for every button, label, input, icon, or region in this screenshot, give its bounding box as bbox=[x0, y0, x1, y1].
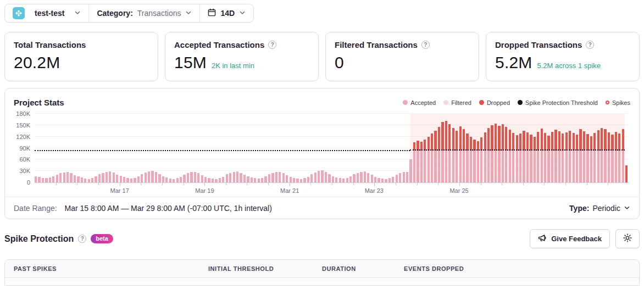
gear-icon bbox=[623, 233, 632, 245]
y-tick-label: 60K bbox=[19, 156, 30, 163]
chart-body: 030K60K90K120K150K180K Mar 17Mar 19Mar 2… bbox=[5, 110, 639, 197]
category-value: Transactions bbox=[137, 9, 181, 18]
spike-ring-icon bbox=[606, 101, 609, 104]
card-total-transactions: Total Transactions 20.2M bbox=[4, 32, 158, 81]
stat-cards: Total Transactions 20.2M Accepted Transa… bbox=[4, 32, 640, 81]
y-tick-label: 90K bbox=[19, 145, 30, 152]
chevron-down-icon bbox=[185, 9, 192, 18]
card-filtered-transactions: Filtered Transactions ? 0 bbox=[325, 32, 479, 81]
filter-toolbar: test-test Category: Transactions 14D bbox=[4, 4, 254, 23]
date-range-label: Date Range: bbox=[14, 204, 57, 213]
project-name: test-test bbox=[35, 9, 64, 18]
y-axis: 030K60K90K120K150K180K bbox=[10, 114, 35, 182]
chart-footer: Date Range: Mar 15 8:00 AM — Mar 29 8:00… bbox=[5, 197, 639, 219]
category-selector[interactable]: Category: Transactions bbox=[88, 4, 199, 22]
chart-legend: AcceptedFilteredDroppedSpike Protection … bbox=[403, 99, 630, 106]
x-axis: Mar 17Mar 19Mar 21Mar 23Mar 25 bbox=[35, 182, 629, 197]
card-value: 5.2M bbox=[495, 53, 532, 72]
legend-item-accepted[interactable]: Accepted bbox=[403, 99, 436, 106]
card-accepted-transactions: Accepted Transactions ? 15M 2K in last m… bbox=[165, 32, 319, 81]
help-icon[interactable]: ? bbox=[268, 41, 276, 49]
x-tick-label: Mar 17 bbox=[110, 187, 129, 194]
chevron-down-icon bbox=[74, 9, 81, 18]
x-tick-label: Mar 23 bbox=[365, 187, 384, 194]
legend-item-spike-protection-threshold[interactable]: Spike Protection Threshold bbox=[518, 99, 598, 106]
project-stats-panel: Project Stats AcceptedFilteredDroppedSpi… bbox=[4, 88, 640, 219]
x-tick-label: Mar 21 bbox=[280, 187, 299, 194]
date-range-value: Mar 15 8:00 AM — Mar 29 8:00 AM (-07:00 … bbox=[65, 204, 272, 213]
beta-badge: beta bbox=[91, 234, 113, 243]
y-tick-label: 0 bbox=[27, 179, 30, 186]
help-icon[interactable]: ? bbox=[421, 41, 430, 49]
card-value: 0 bbox=[335, 53, 344, 72]
give-feedback-label: Give Feedback bbox=[551, 235, 602, 243]
give-feedback-button[interactable]: Give Feedback bbox=[530, 229, 610, 248]
range-value: 14D bbox=[220, 9, 235, 18]
spike-protection-threshold-line bbox=[35, 150, 410, 151]
y-tick-label: 150K bbox=[16, 122, 30, 129]
legend-item-filtered[interactable]: Filtered bbox=[443, 99, 471, 106]
column-header-initial-threshold: INITIAL THRESHOLD bbox=[208, 265, 322, 272]
calendar-icon bbox=[208, 8, 216, 18]
chart-plot-area[interactable] bbox=[35, 114, 629, 182]
usage-stats-page: test-test Category: Transactions 14D bbox=[0, 0, 644, 286]
legend-item-dropped[interactable]: Dropped bbox=[479, 99, 510, 106]
card-value: 15M bbox=[174, 53, 207, 72]
megaphone-icon bbox=[538, 234, 547, 244]
project-selector[interactable]: test-test bbox=[5, 4, 88, 22]
legend-dot-icon bbox=[518, 100, 523, 105]
y-tick-label: 180K bbox=[16, 110, 30, 117]
chart-title: Project Stats bbox=[14, 98, 64, 107]
legend-dot-icon bbox=[403, 100, 408, 105]
y-tick-label: 30K bbox=[19, 168, 30, 174]
spike-protection-threshold-line bbox=[410, 149, 625, 151]
card-value: 20.2M bbox=[14, 53, 60, 72]
card-subtext: 2K in last min bbox=[212, 62, 254, 70]
column-header-events-dropped: EVENTS DROPPED bbox=[404, 265, 630, 272]
card-title: Dropped Transactions bbox=[495, 40, 582, 49]
legend-item-spikes[interactable]: Spikes bbox=[606, 99, 630, 106]
past-spikes-table: PAST SPIKES INITIAL THRESHOLD DURATION E… bbox=[4, 259, 640, 286]
column-header-past-spikes: PAST SPIKES bbox=[14, 265, 208, 272]
spike-protection-section-header: Spike Protection ? beta Give Feedback bbox=[4, 229, 640, 248]
card-title: Filtered Transactions bbox=[335, 40, 418, 49]
category-label: Category: bbox=[97, 9, 132, 18]
y-tick-label: 120K bbox=[16, 134, 30, 140]
chart-bar[interactable] bbox=[625, 114, 629, 182]
legend-dot-icon bbox=[479, 100, 484, 105]
type-value: Periodic bbox=[592, 204, 620, 213]
chevron-down-icon bbox=[239, 9, 246, 18]
x-tick-label: Mar 19 bbox=[195, 187, 214, 194]
spike-protection-title: Spike Protection bbox=[4, 234, 74, 244]
date-range-selector[interactable]: 14D bbox=[199, 4, 253, 22]
type-label: Type: bbox=[569, 204, 589, 213]
x-tick-label: Mar 25 bbox=[449, 187, 468, 194]
table-body bbox=[5, 278, 639, 286]
chevron-down-icon bbox=[624, 204, 630, 213]
date-range-readout: Date Range: Mar 15 8:00 AM — Mar 29 8:00… bbox=[14, 204, 272, 213]
help-icon[interactable]: ? bbox=[586, 41, 594, 49]
card-subtext: 5.2M across 1 spike bbox=[537, 62, 601, 70]
card-dropped-transactions: Dropped Transactions ? 5.2M 5.2M across … bbox=[486, 32, 640, 81]
card-title: Accepted Transactions bbox=[174, 40, 264, 49]
legend-dot-icon bbox=[443, 100, 448, 105]
project-platform-icon bbox=[13, 7, 25, 19]
help-icon[interactable]: ? bbox=[78, 235, 86, 243]
card-title: Total Transactions bbox=[14, 40, 86, 49]
table-header-row: PAST SPIKES INITIAL THRESHOLD DURATION E… bbox=[5, 260, 639, 278]
settings-button[interactable] bbox=[615, 229, 640, 248]
type-selector[interactable]: Type: Periodic bbox=[569, 204, 630, 213]
column-header-duration: DURATION bbox=[322, 265, 404, 272]
